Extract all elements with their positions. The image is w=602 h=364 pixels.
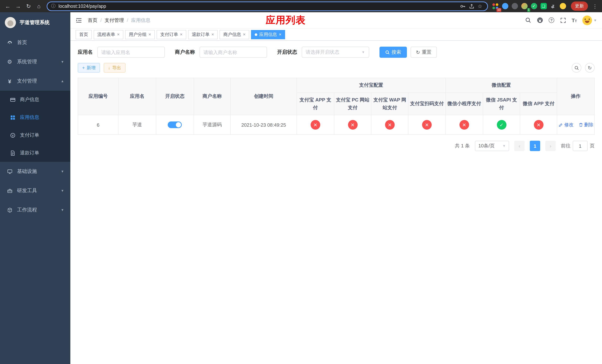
page-size-select[interactable]: 10条/页 ▼ <box>475 141 509 151</box>
sidebar-item-label: 支付管理 <box>17 78 37 85</box>
status-label: 开启状态 <box>277 49 297 55</box>
reload-icon[interactable]: ↻ <box>24 1 33 11</box>
close-icon[interactable]: × <box>149 32 151 37</box>
trash-icon <box>579 123 583 127</box>
cell-status <box>156 115 194 135</box>
breadcrumb-payment[interactable]: 支付管理 <box>105 17 124 23</box>
close-icon[interactable]: × <box>117 32 119 37</box>
tab-process-form[interactable]: 流程表单× <box>94 30 123 39</box>
browser-chrome: ← → ↻ ⌂ ⓘ localhost:1024/pay/app ☆ 10 1 … <box>0 0 602 12</box>
profile-avatar-icon[interactable] <box>558 2 567 11</box>
extension-grid-icon[interactable]: 10 <box>491 2 500 11</box>
back-icon[interactable]: ← <box>3 1 13 11</box>
close-icon[interactable]: × <box>211 32 214 37</box>
browser-menu-icon[interactable]: ⋮ <box>591 3 599 9</box>
sidebar-item-refund-orders[interactable]: 退款订单 <box>0 144 70 162</box>
password-key-icon[interactable] <box>460 3 466 9</box>
payment-submenu: 商户信息 应用信息 支付订单 <box>0 91 70 162</box>
col-created: 创建时间 <box>231 78 297 115</box>
address-bar[interactable]: ⓘ localhost:1024/pay/app ☆ <box>47 1 488 11</box>
pencil-icon <box>559 123 563 127</box>
sidebar-item-payment[interactable]: ¥ 支付管理 ▲ <box>0 72 70 91</box>
add-button[interactable]: + 新增 <box>78 63 100 73</box>
help-icon[interactable]: ? <box>549 17 554 23</box>
channel-status-icon: ✓ <box>497 120 506 130</box>
close-icon[interactable]: × <box>243 32 246 37</box>
sidebar-item-label: 首页 <box>17 39 27 46</box>
tab-home[interactable]: 首页 <box>75 30 92 39</box>
reset-button[interactable]: ↻ 重置 <box>410 47 437 58</box>
dashboard-icon <box>6 40 13 45</box>
current-page-button[interactable]: 1 <box>530 141 540 151</box>
user-avatar[interactable]: ▼ <box>582 15 597 25</box>
sidebar-item-label: 系统管理 <box>17 58 37 65</box>
active-dot <box>255 33 257 36</box>
toolbar: + 新增 ↓ 导出 ↻ <box>78 63 595 73</box>
sidebar-item-dev-tools[interactable]: 研发工具 ▼ <box>0 181 70 200</box>
search-button[interactable]: 搜索 <box>379 47 407 58</box>
forward-icon[interactable]: → <box>13 1 23 11</box>
edit-link[interactable]: 修改 <box>559 122 573 128</box>
tab-pay-orders[interactable]: 支付订单× <box>157 30 186 39</box>
gear-icon: ⚙ <box>6 58 13 65</box>
topbar-actions: ? TT ▼ <box>525 15 597 25</box>
col-alipay-app: 支付宝 APP 支付 <box>297 93 334 115</box>
close-icon[interactable]: × <box>279 32 281 37</box>
channel-status-icon: ✕ <box>348 120 357 130</box>
channel-status-icon: ✕ <box>422 120 432 130</box>
refresh-icon[interactable]: ↻ <box>585 63 595 73</box>
home-icon[interactable]: ⌂ <box>34 1 44 11</box>
delete-link[interactable]: 删除 <box>579 122 593 128</box>
cell-app-id: 6 <box>78 115 118 135</box>
collapse-sidebar-icon[interactable] <box>75 17 82 23</box>
page-title: 应用列表 <box>266 14 306 27</box>
goto-unit: 页 <box>590 143 595 150</box>
toggle-search-icon[interactable] <box>572 63 581 73</box>
browser-update-button[interactable]: 更新 <box>571 1 588 11</box>
site-info-icon[interactable]: ⓘ <box>51 3 55 9</box>
breadcrumb-home[interactable]: 首页 <box>88 17 97 23</box>
status-toggle[interactable] <box>168 122 182 128</box>
tab-app-info[interactable]: 应用信息× <box>251 30 285 39</box>
tab-refund-orders[interactable]: 退款订单× <box>188 30 218 39</box>
sidebar-item-infrastructure[interactable]: 基础设施 ▼ <box>0 162 70 181</box>
close-icon[interactable]: × <box>180 32 183 37</box>
search-icon[interactable] <box>525 17 531 23</box>
extension-drop-icon[interactable] <box>501 2 509 11</box>
yen-icon: ¥ <box>6 78 13 84</box>
extension-puzzle-icon[interactable] <box>549 2 558 11</box>
sidebar-item-home[interactable]: 首页 <box>0 33 70 52</box>
breadcrumb: 首页 / 支付管理 / 应用信息 <box>88 17 150 23</box>
goto-page-input[interactable] <box>573 141 588 151</box>
font-size-icon[interactable]: TT <box>572 17 577 23</box>
goto-label: 前往 <box>561 143 570 150</box>
app-name-input[interactable] <box>97 47 165 58</box>
topbar: 首页 / 支付管理 / 应用信息 应用列表 ? <box>70 12 602 29</box>
bookmark-star-icon[interactable]: ☆ <box>478 3 484 9</box>
fullscreen-icon[interactable] <box>560 17 566 23</box>
sidebar-item-app-info[interactable]: 应用信息 <box>0 108 70 126</box>
sidebar-item-pay-orders[interactable]: 支付订单 <box>0 126 70 144</box>
extension-check-icon[interactable]: ✓ <box>529 2 538 11</box>
sidebar-item-workflow[interactable]: 工作流程 ▼ <box>0 200 70 220</box>
merchant-name-input[interactable] <box>199 47 267 58</box>
app-title: 芋道管理系统 <box>20 19 50 26</box>
status-select[interactable]: 请选择开启状态 ▼ <box>301 47 369 58</box>
content: 应用名 商户名称 开启状态 请选择开启状态 ▼ <box>70 41 602 151</box>
extension-dark-icon[interactable] <box>510 2 519 11</box>
tab-merchant-info[interactable]: 商户信息× <box>220 30 249 39</box>
sidebar-item-merchant-info[interactable]: 商户信息 <box>0 91 70 108</box>
tab-user-group[interactable]: 用户分组× <box>125 30 155 39</box>
document-icon <box>9 150 16 156</box>
next-page-button[interactable]: › <box>545 141 556 151</box>
merchant-name-label: 商户名称 <box>175 49 195 55</box>
sidebar-item-system[interactable]: ⚙ 系统管理 ▼ <box>0 52 70 72</box>
cell-created: 2021-10-23 08:49:25 <box>231 115 297 135</box>
share-icon[interactable] <box>469 3 475 9</box>
extension-chat-icon[interactable]: ❑ <box>539 2 548 11</box>
export-button[interactable]: ↓ 导出 <box>104 63 126 73</box>
extension-avatar-icon[interactable]: 1 <box>520 2 529 11</box>
prev-page-button[interactable]: ‹ <box>514 141 525 151</box>
github-icon[interactable] <box>537 17 543 23</box>
sidebar-item-label: 工作流程 <box>17 207 37 213</box>
